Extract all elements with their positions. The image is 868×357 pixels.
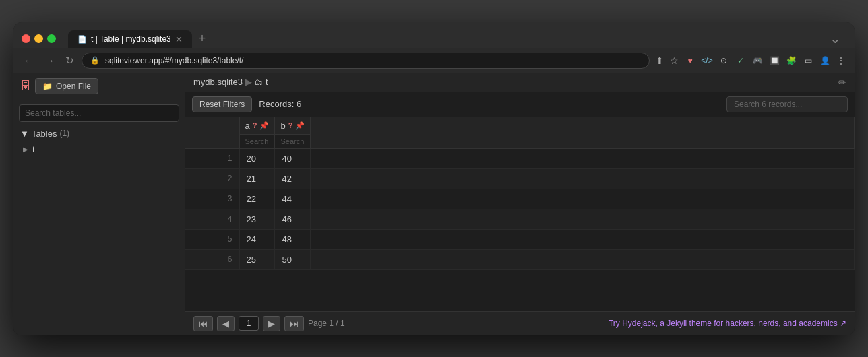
main-content: mydb.sqlite3 ▶ 🗂 t ✏ Reset Filters Recor… <box>185 73 855 335</box>
table-row: 6 25 50 <box>185 249 855 269</box>
cell-row-num: 2 <box>185 168 239 189</box>
breadcrumb: mydb.sqlite3 ▶ 🗂 t <box>193 77 268 87</box>
cell-a: 25 <box>239 249 275 269</box>
cell-a: 23 <box>239 209 275 229</box>
back-button[interactable]: ← <box>20 53 37 68</box>
cell-empty <box>311 229 855 249</box>
tab-close-button[interactable]: ✕ <box>175 34 183 44</box>
open-file-button[interactable]: 📁 Open File <box>35 78 98 94</box>
first-page-button[interactable]: ⏮ <box>193 316 213 331</box>
table-row: 5 24 48 <box>185 229 855 249</box>
tab-favicon: 📄 <box>78 35 87 44</box>
th-extra <box>311 117 855 149</box>
table-row: 4 23 46 <box>185 209 855 229</box>
open-file-label: Open File <box>56 82 91 91</box>
cell-empty <box>311 209 855 229</box>
sidebar: 🗄 📁 Open File ▼ Tables (1) ▶ t <box>13 73 185 335</box>
records-count: Records: 6 <box>259 99 301 109</box>
cell-empty <box>311 148 855 168</box>
app-container: 🗄 📁 Open File ▼ Tables (1) ▶ t <box>13 73 855 335</box>
breadcrumb-table: t <box>266 77 268 87</box>
database-icon: 🗄 <box>20 80 31 92</box>
share-button[interactable]: ⬆ <box>654 53 666 68</box>
table-row: 2 21 42 <box>185 168 855 189</box>
extension-icons: ⬆ ☆ ♥ </> ⊙ ✓ 🎮 🔲 🧩 ▭ 👤 ⋮ <box>654 53 848 68</box>
prev-page-button[interactable]: ◀ <box>217 316 235 331</box>
ext-icon-8[interactable]: ▭ <box>801 53 815 68</box>
sidebar-header: 🗄 📁 Open File <box>13 73 185 100</box>
tables-header[interactable]: ▼ Tables (1) <box>19 126 179 141</box>
hydejack-link[interactable]: Try Hydejack, a Jekyll theme for hackers… <box>609 319 846 328</box>
ext-icon-9[interactable]: 👤 <box>817 53 832 68</box>
edit-button[interactable]: ✏ <box>838 77 846 88</box>
next-page-button[interactable]: ▶ <box>263 316 280 331</box>
close-window-button[interactable] <box>22 34 30 43</box>
table-row: 1 20 40 <box>185 148 855 168</box>
tables-count: (1) <box>59 129 69 138</box>
ext-icon-4[interactable]: ✓ <box>733 53 748 68</box>
reload-button[interactable]: ↻ <box>62 53 78 69</box>
th-column-a: a ? 📌 <box>239 117 275 149</box>
cell-b: 40 <box>275 148 311 168</box>
search-records-input[interactable] <box>726 96 848 112</box>
ext-icon-2[interactable]: </> <box>700 53 714 68</box>
search-tables-input[interactable] <box>19 104 179 122</box>
browser-menu-dots[interactable]: ⋮ <box>834 53 848 68</box>
cell-b: 46 <box>275 209 311 229</box>
cell-empty <box>311 249 855 269</box>
maximize-window-button[interactable] <box>47 34 56 43</box>
col-b-search-input[interactable] <box>275 135 310 148</box>
cell-b: 42 <box>275 168 311 189</box>
ext-icon-1[interactable]: ♥ <box>683 53 698 68</box>
new-tab-button[interactable]: + <box>193 29 212 48</box>
col-b-pin-icon[interactable]: 📌 <box>295 121 305 130</box>
tables-collapse-icon: ▼ <box>20 129 29 139</box>
cell-row-num: 5 <box>185 229 239 249</box>
address-text: sqliteviewer.app/#/mydb.sqlite3/table/t/ <box>105 56 243 65</box>
cell-b: 44 <box>275 189 311 209</box>
reset-filters-button[interactable]: Reset Filters <box>192 96 252 112</box>
col-b-type-icon[interactable]: ? <box>288 121 293 129</box>
open-file-icon: 📁 <box>42 82 53 91</box>
browser-menu-button[interactable]: ⌄ <box>824 30 846 46</box>
pagination-bar: ⏮ ◀ ▶ ⏭ Page 1 / 1 Try Hydejack, a Jekyl… <box>185 311 855 335</box>
minimize-window-button[interactable] <box>34 34 43 43</box>
address-bar[interactable]: 🔒 sqliteviewer.app/#/mydb.sqlite3/table/… <box>82 53 650 69</box>
ext-icon-5[interactable]: 🎮 <box>750 53 765 68</box>
tables-section: ▼ Tables (1) ▶ t <box>13 126 185 157</box>
forward-button[interactable]: → <box>41 53 58 68</box>
tabs-bar: 📄 t | Table | mydb.sqlite3 ✕ + <box>68 29 817 48</box>
cell-b: 50 <box>275 249 311 269</box>
ext-icon-7[interactable]: 🧩 <box>784 53 799 68</box>
data-table: a ? 📌 b <box>185 117 855 270</box>
cell-row-num: 6 <box>185 249 239 269</box>
table-header: a ? 📌 b <box>185 117 855 149</box>
ext-icon-3[interactable]: ⊙ <box>716 53 731 68</box>
security-icon: 🔒 <box>90 56 100 65</box>
page-number-input[interactable] <box>239 316 259 331</box>
ext-icon-6[interactable]: 🔲 <box>767 53 782 68</box>
browser-tab[interactable]: 📄 t | Table | mydb.sqlite3 ✕ <box>68 30 192 48</box>
data-table-container: a ? 📌 b <box>185 117 855 311</box>
col-a-pin-icon[interactable]: 📌 <box>259 121 269 130</box>
title-bar: 📄 t | Table | mydb.sqlite3 ✕ + ⌄ <box>13 22 855 48</box>
last-page-button[interactable]: ⏭ <box>284 316 304 331</box>
table-icon: 🗂 <box>255 77 263 87</box>
tables-label: Tables <box>32 129 57 139</box>
col-a-type-icon[interactable]: ? <box>253 121 257 129</box>
cell-empty <box>311 189 855 209</box>
col-b-name: b <box>280 121 285 131</box>
cell-row-num: 1 <box>185 148 239 168</box>
page-info: Page 1 / 1 <box>308 319 345 328</box>
tab-label: t | Table | mydb.sqlite3 <box>91 34 171 44</box>
col-a-search-input[interactable] <box>240 135 275 148</box>
traffic-lights <box>22 34 56 43</box>
cell-a: 20 <box>239 148 275 168</box>
table-row: 3 22 44 <box>185 189 855 209</box>
table-toolbar: Reset Filters Records: 6 <box>185 92 855 117</box>
bookmark-button[interactable]: ☆ <box>668 53 681 68</box>
table-body: 1 20 40 2 21 42 3 22 44 4 23 46 5 24 48 … <box>185 148 855 269</box>
table-item-t[interactable]: ▶ t <box>19 141 179 157</box>
cell-empty <box>311 168 855 189</box>
table-expand-icon: ▶ <box>23 145 28 153</box>
